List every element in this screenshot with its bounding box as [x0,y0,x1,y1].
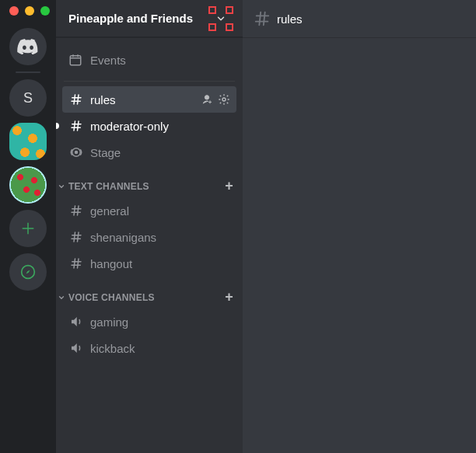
events-label: Events [90,54,126,67]
stage-icon [69,145,83,159]
hash-icon [69,256,83,270]
speaker-icon [69,315,83,329]
channel-label: hangout [90,257,230,270]
channel-label: rules [90,93,194,106]
events-row[interactable]: Events [62,47,236,73]
channel-label: gaming [90,315,230,329]
window-zoom-button[interactable] [40,6,50,16]
channel-hangout[interactable]: hangout [62,250,236,277]
server-item-s[interactable]: S [9,79,47,117]
channel-Stage[interactable]: Stage [62,139,236,166]
server-item-pineapple[interactable] [9,123,47,160]
explore-servers-button[interactable] [9,253,47,291]
channel-rules[interactable]: rules [62,86,236,113]
channel-type-icon [68,119,84,133]
channel-type-icon [68,92,84,106]
home-button[interactable] [9,28,47,65]
hash-icon [69,92,83,106]
channel-type-icon [68,256,84,270]
add-channel-button[interactable]: + [225,289,236,305]
chevron-down-icon [58,183,65,190]
channel-list: generalshenaniganshangout [56,197,243,277]
server-dropdown-button[interactable] [210,8,232,30]
svg-point-3 [75,151,79,155]
main-panel: rules [243,0,476,453]
channel-general[interactable]: general [62,197,236,224]
channel-list: gamingkickback [56,308,243,361]
discord-logo-icon [17,39,39,54]
hash-icon [69,204,83,218]
server-item-tree[interactable] [9,166,47,204]
gear-icon[interactable] [218,93,230,106]
main-header: rules [243,0,476,37]
rail-divider [16,71,40,73]
window-controls [9,6,50,16]
hash-icon [69,230,83,244]
top-channel-list: rulesmoderator-onlyStage [56,86,243,166]
window-close-button[interactable] [9,6,19,16]
channel-moderator-only[interactable]: moderator-only [62,113,236,139]
category-header[interactable]: TEXT CHANNELS+ [56,166,243,197]
channel-kickback[interactable]: kickback [62,335,236,361]
hash-icon [254,10,271,27]
category-label: VOICE CHANNELS [68,292,155,303]
channel-gaming[interactable]: gaming [62,308,236,335]
svg-point-2 [222,98,226,101]
categories: TEXT CHANNELS+generalshenaniganshangoutV… [56,166,243,361]
channel-label: kickback [90,342,230,355]
channel-shenanigans[interactable]: shenanigans [62,224,236,250]
calendar-icon [68,53,82,67]
compass-icon [20,264,36,280]
channel-type-icon [68,315,84,329]
chevron-down-icon [215,13,226,24]
channel-label: shenanigans [90,231,230,244]
category-header[interactable]: VOICE CHANNELS+ [56,277,243,308]
channel-type-icon [68,341,84,355]
channel-label: Stage [90,146,230,159]
channel-sidebar: Pineapple and Friends Events rulesmodera… [56,0,243,453]
server-name: Pineapple and Friends [68,12,193,25]
speaker-icon [69,341,83,355]
channel-type-icon [68,204,84,218]
server-header[interactable]: Pineapple and Friends [56,0,243,37]
add-channel-button[interactable]: + [225,178,236,194]
channel-type-icon [68,230,84,244]
main-channel-name: rules [277,12,303,26]
create-invite-icon[interactable] [201,93,213,106]
window-minimize-button[interactable] [25,6,34,16]
server-initial: S [23,90,33,106]
divider [64,81,235,82]
channel-type-icon [68,145,84,159]
chevron-down-icon [58,294,65,301]
server-rail: S [0,0,56,453]
svg-rect-1 [70,56,81,65]
plus-icon [21,221,35,235]
category-label: TEXT CHANNELS [68,181,149,192]
channel-label: moderator-only [90,120,230,133]
unread-indicator [56,123,59,129]
hash-icon [69,119,83,133]
add-server-button[interactable] [9,210,47,247]
channel-label: general [90,204,230,218]
